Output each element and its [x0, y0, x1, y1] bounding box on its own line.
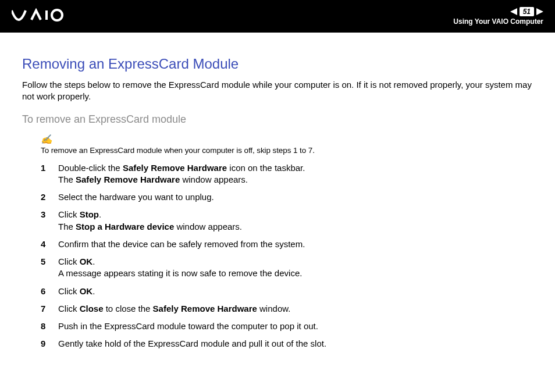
vaio-logo: [12, 8, 76, 24]
step-body: Click Close to close the Safely Remove H…: [58, 303, 533, 315]
note-icon: ✍: [41, 134, 533, 145]
page-number: 51: [520, 7, 534, 16]
steps-list: 1Double-click the Safely Remove Hardware…: [41, 162, 533, 350]
step-body: Confirm that the device can be safely re…: [58, 238, 533, 250]
page-title: Removing an ExpressCard Module: [22, 56, 533, 72]
step-number: 6: [41, 286, 58, 297]
step-number: 9: [41, 338, 58, 350]
step-body: Select the hardware you want to unplug.: [58, 191, 533, 203]
step-item: 3Click Stop.The Stop a Hardware device w…: [41, 209, 533, 233]
step-number: 7: [41, 303, 58, 315]
step-body: Click OK.A message appears stating it is…: [58, 256, 533, 280]
header-right: 51 Using Your VAIO Computer: [453, 7, 543, 26]
step-item: 2Select the hardware you want to unplug.: [41, 191, 533, 203]
step-number: 5: [41, 256, 58, 280]
step-number: 4: [41, 238, 58, 250]
page-header: 51 Using Your VAIO Computer: [0, 0, 555, 33]
step-body: Click OK.: [58, 286, 533, 297]
step-item: 6Click OK.: [41, 286, 533, 297]
prev-page-arrow-icon[interactable]: [510, 8, 517, 15]
step-item: 4Confirm that the device can be safely r…: [41, 238, 533, 250]
step-body: Gently take hold of the ExpressCard modu…: [58, 338, 533, 350]
step-item: 5Click OK.A message appears stating it i…: [41, 256, 533, 280]
step-number: 3: [41, 209, 58, 233]
intro-paragraph: Follow the steps below to remove the Exp…: [22, 79, 533, 103]
step-body: Push in the ExpressCard module toward th…: [58, 320, 533, 332]
step-item: 7Click Close to close the Safely Remove …: [41, 303, 533, 315]
note-text: To remove an ExpressCard module when you…: [41, 146, 315, 155]
svg-rect-0: [45, 10, 48, 20]
step-item: 1Double-click the Safely Remove Hardware…: [41, 162, 533, 186]
step-number: 1: [41, 162, 58, 186]
step-number: 8: [41, 320, 58, 332]
svg-point-1: [52, 10, 62, 20]
page-nav: 51: [510, 7, 543, 16]
step-body: Double-click the Safely Remove Hardware …: [58, 162, 533, 186]
subheading: To remove an ExpressCard module: [22, 113, 533, 126]
step-number: 2: [41, 191, 58, 203]
header-subtitle: Using Your VAIO Computer: [453, 17, 543, 26]
step-body: Click Stop.The Stop a Hardware device wi…: [58, 209, 533, 233]
page-content: Removing an ExpressCard Module Follow th…: [0, 33, 555, 350]
next-page-arrow-icon[interactable]: [536, 8, 543, 15]
note-block: ✍ To remove an ExpressCard module when y…: [41, 134, 533, 155]
step-item: 8Push in the ExpressCard module toward t…: [41, 320, 533, 332]
step-item: 9Gently take hold of the ExpressCard mod…: [41, 338, 533, 350]
